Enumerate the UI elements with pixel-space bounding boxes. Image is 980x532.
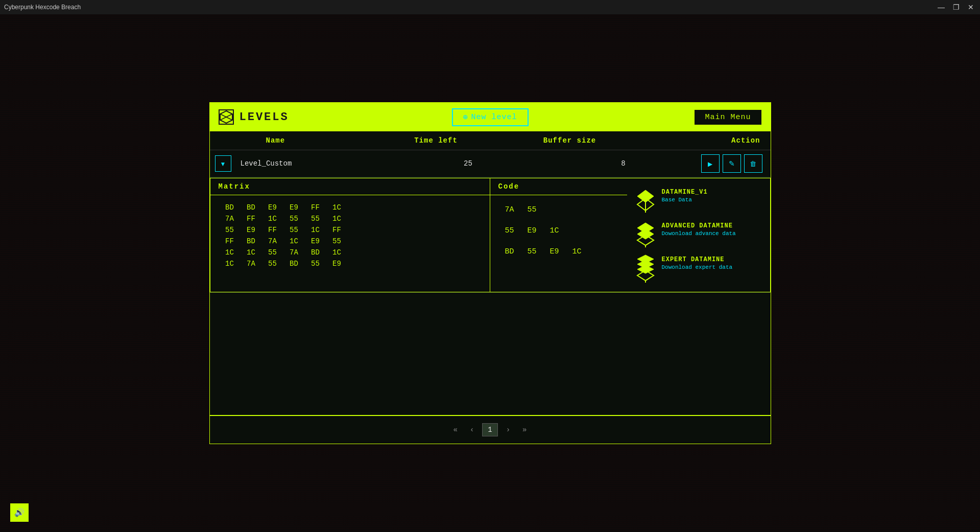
- level-name: Level_Custom: [235, 159, 391, 168]
- matrix-cell: 1C: [287, 237, 301, 245]
- minimize-button[interactable]: —: [936, 3, 947, 11]
- code-hex: 1C: [570, 247, 584, 256]
- matrix-cell: 55: [330, 237, 344, 245]
- matrix-cell: E9: [308, 237, 323, 245]
- svg-marker-13: [637, 265, 654, 273]
- datamine-desc: Dowonload expert data: [662, 264, 733, 270]
- matrix-cell: 55: [287, 215, 301, 223]
- header-center: ⊕ New level: [451, 108, 528, 126]
- datamine-entry: EXPERT DATAMINEDowonload expert data: [635, 256, 762, 282]
- code-hex: E9: [547, 247, 562, 256]
- matrix-cell: 55: [308, 215, 323, 223]
- col-header-buffer: Buffer size: [503, 136, 637, 145]
- matrix-cell: 55: [308, 260, 323, 268]
- matrix-cell: BD: [244, 237, 258, 245]
- level-time: 25: [391, 159, 546, 168]
- matrix-cell: 1C: [330, 215, 344, 223]
- title-bar: Cyberpunk Hexcode Breach — ❐ ✕: [0, 0, 980, 14]
- col-expand-placeholder: [210, 136, 235, 145]
- datamine-advanced-icon: [635, 222, 656, 248]
- col-header-time: Time left: [369, 136, 503, 145]
- matrix-cell: BD: [287, 260, 301, 268]
- code-hex: 55: [525, 247, 539, 256]
- svg-marker-8: [637, 229, 654, 239]
- matrix-cell: FF: [308, 203, 323, 212]
- code-hex: 7A: [503, 205, 517, 214]
- code-sequence: 7A55: [503, 205, 615, 214]
- expanded-content: Matrix BDBDE9E9FF1C7AFF1C55551C55E9FF551…: [210, 177, 771, 293]
- code-hex: 55: [503, 226, 517, 235]
- main-container: LEVELS ⊕ New level Main Menu Name Time l…: [0, 14, 980, 532]
- code-section: Code 7A5555E91CBD55E91C DATAMINE_V1Base …: [490, 178, 771, 292]
- datamine-desc: Dowonload advance data: [662, 230, 736, 237]
- app-window: LEVELS ⊕ New level Main Menu Name Time l…: [209, 102, 771, 444]
- matrix-cell: BD: [223, 203, 237, 212]
- next-page-button[interactable]: ›: [502, 424, 514, 436]
- datamine-info: ADVANCED DATAMINEDowonload advance data: [662, 222, 736, 237]
- matrix-cell: 55: [223, 226, 237, 234]
- matrix-cell: 1C: [223, 248, 237, 257]
- sound-icon: 🔊: [14, 507, 25, 518]
- code-sequence: 55E91C: [503, 226, 615, 235]
- header-bar: LEVELS ⊕ New level Main Menu: [210, 103, 771, 131]
- matrix-row: BDBDE9E9FF1C: [223, 203, 477, 212]
- expand-button[interactable]: [215, 155, 231, 172]
- matrix-cell: 1C: [308, 226, 323, 234]
- matrix-cell: BD: [308, 248, 323, 257]
- matrix-cell: 1C: [330, 248, 344, 257]
- column-headers: Name Time left Buffer size Action: [210, 131, 771, 150]
- matrix-cell: BD: [244, 203, 258, 212]
- maximize-button[interactable]: ❐: [951, 3, 962, 11]
- edit-button[interactable]: [723, 154, 741, 173]
- code-hex: 1C: [547, 226, 562, 235]
- matrix-row: 7AFF1C55551C: [223, 215, 477, 223]
- matrix-row: FFBD7A1CE955: [223, 237, 477, 245]
- matrix-cell: FF: [244, 215, 258, 223]
- app-logo: [218, 109, 234, 125]
- level-buffer: 8: [546, 159, 701, 168]
- matrix-cell: E9: [266, 203, 280, 212]
- matrix-cell: FF: [223, 237, 237, 245]
- matrix-cell: 7A: [244, 260, 258, 268]
- datamine-panel: DATAMINE_V1Base Data ADVANCED DATAMINEDo…: [627, 178, 770, 292]
- matrix-cell: E9: [244, 226, 258, 234]
- app-title: Cyberpunk Hexcode Breach: [4, 4, 81, 11]
- matrix-cell: E9: [330, 260, 344, 268]
- prev-page-button[interactable]: ‹: [466, 424, 478, 436]
- matrix-cell: 55: [266, 248, 280, 257]
- sound-button[interactable]: 🔊: [10, 503, 29, 522]
- level-actions: [701, 154, 771, 173]
- datamine-title: ADVANCED DATAMINE: [662, 222, 736, 229]
- datamine-expert-icon: [635, 256, 656, 282]
- current-page-button[interactable]: 1: [482, 423, 497, 436]
- matrix-row: 1C7A55BD55E9: [223, 260, 477, 268]
- first-page-button[interactable]: «: [449, 424, 461, 436]
- code-sequence: BD55E91C: [503, 247, 615, 256]
- svg-marker-4: [637, 190, 654, 202]
- level-row: Level_Custom 25 8: [210, 150, 771, 177]
- chevron-down-icon: [220, 159, 226, 168]
- matrix-cell: FF: [330, 226, 344, 234]
- code-title: Code: [490, 178, 627, 195]
- matrix-row: 1C1C557ABD1C: [223, 248, 477, 257]
- trash-icon: [750, 159, 756, 168]
- matrix-cell: 55: [287, 226, 301, 234]
- datamine-info: EXPERT DATAMINEDowonload expert data: [662, 256, 733, 270]
- logo-icon: [218, 109, 234, 125]
- pagination: « ‹ 1 › »: [210, 415, 771, 444]
- close-button[interactable]: ✕: [966, 3, 976, 11]
- matrix-cell: E9: [287, 203, 301, 212]
- main-menu-button[interactable]: Main Menu: [694, 109, 762, 126]
- plus-icon: ⊕: [463, 112, 468, 122]
- new-level-button[interactable]: ⊕ New level: [451, 108, 528, 126]
- code-hex: BD: [503, 247, 517, 256]
- matrix-cell: 7A: [287, 248, 301, 257]
- delete-button[interactable]: [744, 154, 762, 173]
- play-button[interactable]: [701, 154, 720, 173]
- last-page-button[interactable]: »: [518, 424, 531, 436]
- matrix-grid: BDBDE9E9FF1C7AFF1C55551C55E9FF551CFFFFBD…: [210, 195, 490, 276]
- datamine-info: DATAMINE_V1Base Data: [662, 189, 708, 203]
- play-icon: [708, 159, 712, 168]
- datamine-entry: DATAMINE_V1Base Data: [635, 189, 762, 214]
- matrix-cell: 55: [266, 260, 280, 268]
